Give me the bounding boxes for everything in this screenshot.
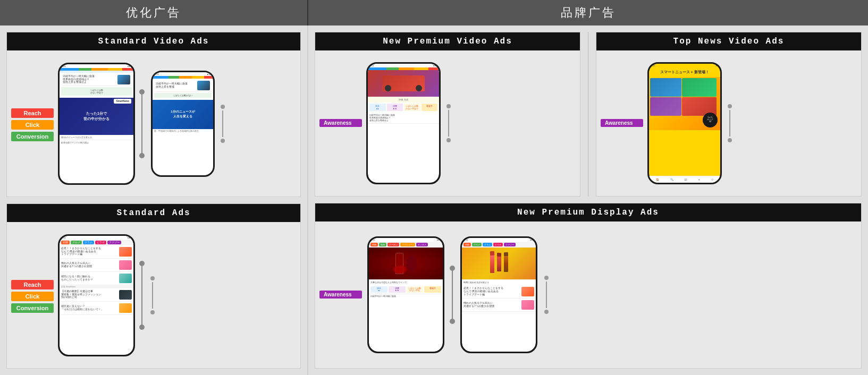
top-news-video-header: Top News Video Ads xyxy=(596,32,861,50)
scroll-indicator-1 xyxy=(219,105,226,143)
new-premium-video-ads-card: New Premium Video Ads Awareness 9:41●●● xyxy=(315,32,580,197)
new-premium-display-ads-card: New Premium Display Ads Awareness 9:41●●… xyxy=(315,203,862,369)
awareness-badge-2: Awareness xyxy=(601,119,643,127)
new-premium-display-body: Awareness 9:41●●● 初期 地域 クーポン スマニュー+ キン xyxy=(315,221,861,368)
standard-ads-body: Reach Click Conversion 9:41●●● 初期 グルメ クラ… xyxy=(7,222,300,368)
awareness-badge-3: Awareness xyxy=(319,291,362,299)
display-badges: Awareness xyxy=(319,289,362,301)
standard-ads-phone: 9:41●●● 初期 グルメ クラム ビラボ ファゾー 必見！！まさかそんなこと… xyxy=(58,234,135,356)
left-title: 优化广告 xyxy=(126,5,181,21)
section-divider xyxy=(588,32,588,197)
conversion-badge-2: Conversion xyxy=(11,303,54,313)
standard-video-phone-secondary: 9:41▲▲ 日経平均が一時大幅に急落金利上昇を警戒 しばらくは動かない xyxy=(151,71,215,177)
top-news-video-body: Awareness 9:41●● スマートニュース＋ 新登場！ xyxy=(596,50,861,196)
display-phone-wine: 9:41●●● 初期 地域 クーポン スマニュー+ キンタメ xyxy=(367,236,444,353)
wine-caption: 大事な日は大切な人と特別なワインで xyxy=(369,279,443,285)
new-premium-display-header: New Premium Display Ads xyxy=(315,203,861,221)
header-row: 优化广告 品牌广告 xyxy=(0,0,868,25)
connector-1 xyxy=(139,92,145,156)
standard-video-ads-body: Reach Click Conversion 9:41●●● xyxy=(7,50,300,197)
scroll-indicator-4 xyxy=(726,104,734,142)
lipstick-caption: 時間に追われるほやめよう xyxy=(462,279,536,285)
top-news-badges: Awareness xyxy=(601,118,643,129)
standard-video-ads-card: Standard Video Ads Reach Click Conversio… xyxy=(6,32,301,197)
display-phone-lipstick: 9:41●●● 初期 グルメ クラム ビラボ ファゾー xyxy=(460,236,537,353)
reach-badge: Reach xyxy=(11,108,54,118)
conversion-badge: Conversion xyxy=(11,132,54,141)
standard-ads-badges: Reach Click Conversion xyxy=(11,278,54,313)
top-news-phone: 9:41●● スマートニュース＋ 新登場！ xyxy=(647,62,722,184)
new-premium-video-body: Awareness 9:41●●● xyxy=(315,50,580,196)
right-header: 品牌广告 xyxy=(308,0,868,25)
connector-3 xyxy=(450,268,455,321)
standard-ads-header: Standard Ads xyxy=(7,204,300,222)
scroll-indicator-3 xyxy=(445,104,452,142)
standard-video-ads-header: Standard Video Ads xyxy=(7,32,300,50)
smartnews-plus-text: スマートニュース＋ 新登場！ xyxy=(651,70,718,75)
premium-video-badges: Awareness xyxy=(319,118,362,129)
click-badge: Click xyxy=(11,120,54,130)
news-text-1: 日経平均が一時大幅に急落世界秩安の震源地は？金利上昇を警戒せよ xyxy=(63,75,116,84)
right-top-row: New Premium Video Ads Awareness 9:41●●● xyxy=(315,32,862,197)
new-premium-video-header: New Premium Video Ads xyxy=(315,32,580,50)
awareness-badge-1: Awareness xyxy=(319,119,362,127)
left-panel: Standard Video Ads Reach Click Conversio… xyxy=(0,25,308,375)
scroll-indicator-2 xyxy=(149,276,156,314)
top-news-video-ads-card: Top News Video Ads Awareness 9:41●● xyxy=(596,32,862,197)
standard-ads-card: Standard Ads Reach Click Conversion 9:41… xyxy=(6,203,301,369)
scroll-indicator-5 xyxy=(543,276,550,314)
left-header: 优化广告 xyxy=(0,0,308,25)
right-title: 品牌广告 xyxy=(561,5,616,21)
premium-video-phone: 9:41●●● xyxy=(366,62,441,184)
standard-video-phone-main: 9:41●●● 日経平均が一時大幅に急落世界秩安の震源地は？金利上昇を警戒せよ xyxy=(58,63,135,185)
main-container: Standard Video Ads Reach Click Conversio… xyxy=(0,25,868,375)
click-badge-2: Click xyxy=(11,292,54,301)
right-panel: New Premium Video Ads Awareness 9:41●●● xyxy=(308,25,868,375)
connector-2 xyxy=(139,263,145,327)
status-bar: 9:41●●● xyxy=(60,64,133,68)
standard-video-badges: Reach Click Conversion xyxy=(11,106,54,141)
reach-badge-2: Reach xyxy=(11,280,54,289)
car-ad xyxy=(368,70,439,97)
